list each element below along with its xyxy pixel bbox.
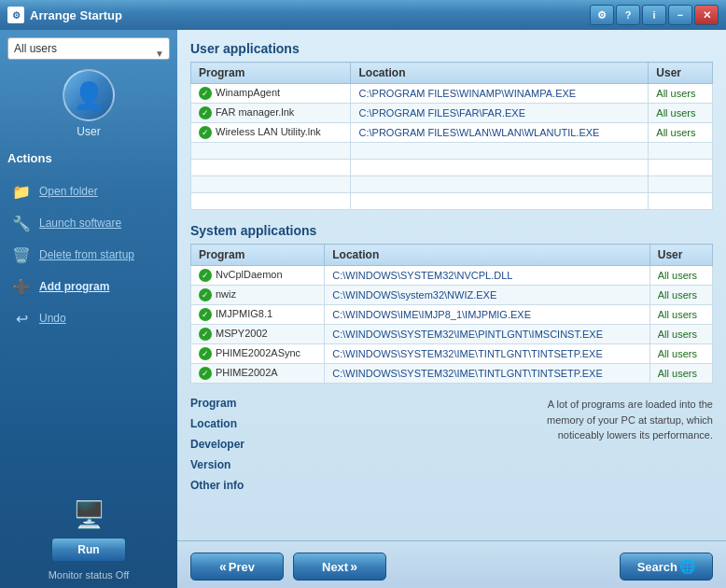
table-row[interactable]: ✓FAR manager.lnk C:\PROGRAM FILES\FAR\FA… bbox=[191, 104, 713, 123]
info-label-item: Location bbox=[190, 417, 244, 430]
info-label-item: Other info bbox=[190, 479, 244, 492]
folder-icon: 📁 bbox=[11, 181, 32, 202]
sys-apps-col-program: Program bbox=[191, 245, 325, 266]
search-label: Search bbox=[637, 560, 677, 574]
action-add-program[interactable]: ➕ Add program bbox=[7, 272, 170, 301]
user-cell: All users bbox=[649, 364, 712, 384]
location-cell: C:\PROGRAM FILES\FAR\FAR.EXE bbox=[351, 104, 649, 123]
nav-bar: « Prev Next » Search 🌐 bbox=[177, 541, 726, 588]
info-label-item: Version bbox=[190, 458, 244, 471]
location-cell: C:\PROGRAM FILES\WINAMP\WINAMPA.EXE bbox=[351, 84, 649, 104]
action-open-folder[interactable]: 📁 Open folder bbox=[7, 176, 170, 206]
content-area: User applications Program Location User … bbox=[177, 30, 726, 540]
right-panel: User applications Program Location User … bbox=[177, 30, 726, 588]
action-delete-startup[interactable]: 🗑️ Delete from startup bbox=[7, 240, 170, 270]
minimize-button[interactable]: − bbox=[668, 5, 692, 25]
user-apps-table: Program Location User ✓WinampAgent C:\PR… bbox=[190, 62, 713, 210]
actions-heading: Actions bbox=[7, 151, 170, 169]
table-row[interactable]: ✓IMJPMIG8.1 C:\WINDOWS\IME\IMJP8_1\IMJPM… bbox=[191, 305, 713, 325]
table-row[interactable]: ✓MSPY2002 C:\WINDOWS\SYSTEM32\IME\PINTLG… bbox=[191, 325, 713, 344]
info-label-item: Developer bbox=[190, 438, 244, 451]
prev-button[interactable]: « Prev bbox=[190, 553, 284, 581]
sys-apps-title: System applications bbox=[190, 223, 713, 238]
table-row[interactable]: ✓WinampAgent C:\PROGRAM FILES\WINAMP\WIN… bbox=[191, 84, 713, 104]
user-apps-col-user: User bbox=[649, 63, 713, 84]
window-controls: ⚙ ? i − ✕ bbox=[590, 5, 719, 25]
help-button[interactable]: ? bbox=[616, 5, 640, 25]
launch-software-label: Launch software bbox=[39, 217, 121, 230]
sys-apps-table: Program Location User ✓NvCplDaemon C:\WI… bbox=[190, 244, 713, 384]
info-labels-list: ProgramLocationDeveloperVersionOther inf… bbox=[190, 397, 244, 492]
next-label: Next bbox=[322, 560, 348, 574]
check-icon: ✓ bbox=[199, 347, 212, 360]
search-button[interactable]: Search 🌐 bbox=[620, 553, 713, 581]
monitor-icon: 🖥️ bbox=[73, 499, 105, 530]
table-row[interactable]: ✓PHIME2002ASync C:\WINDOWS\SYSTEM32\IME\… bbox=[191, 344, 713, 364]
check-icon: ✓ bbox=[199, 269, 212, 282]
user-cell: All users bbox=[649, 344, 712, 364]
gear-button[interactable]: ⚙ bbox=[590, 5, 614, 25]
program-cell: ✓PHIME2002ASync bbox=[191, 344, 325, 364]
program-cell: ✓PHIME2002A bbox=[191, 364, 325, 384]
check-icon: ✓ bbox=[199, 367, 212, 380]
action-undo[interactable]: ↩ Undo bbox=[7, 303, 170, 333]
empty-row bbox=[191, 193, 713, 210]
monitor-status: Monitor status Off bbox=[49, 569, 130, 581]
table-row[interactable]: ✓nwiz C:\WINDOWS\system32\NWIZ.EXE All u… bbox=[191, 286, 713, 305]
program-cell: ✓nwiz bbox=[191, 286, 325, 305]
user-apps-col-program: Program bbox=[191, 63, 351, 84]
search-icon: 🌐 bbox=[679, 559, 695, 574]
program-cell: ✓NvCplDaemon bbox=[191, 266, 325, 286]
close-button[interactable]: ✕ bbox=[694, 5, 719, 25]
action-launch-software[interactable]: 🔧 Launch software bbox=[7, 208, 170, 238]
location-cell: C:\WINDOWS\system32\NWIZ.EXE bbox=[325, 286, 649, 305]
user-cell: All users bbox=[649, 104, 713, 123]
undo-icon: ↩ bbox=[11, 308, 32, 329]
user-cell: All users bbox=[649, 286, 712, 305]
add-program-label: Add program bbox=[39, 280, 109, 293]
open-folder-label: Open folder bbox=[39, 185, 98, 198]
user-apps-title: User applications bbox=[190, 41, 713, 56]
empty-row bbox=[191, 176, 713, 193]
check-icon: ✓ bbox=[199, 106, 212, 119]
info-label-item: Program bbox=[190, 397, 244, 410]
user-cell: All users bbox=[649, 123, 713, 143]
location-cell: C:\WINDOWS\IME\IMJP8_1\IMJPMIG.EXE bbox=[325, 305, 649, 325]
location-cell: C:\WINDOWS\SYSTEM32\IME\TINTLGNT\TINTSET… bbox=[325, 344, 649, 364]
table-row[interactable]: ✓PHIME2002A C:\WINDOWS\SYSTEM32\IME\TINT… bbox=[191, 364, 713, 384]
user-label: User bbox=[77, 125, 100, 138]
prev-label: Prev bbox=[229, 560, 255, 574]
check-icon: ✓ bbox=[199, 288, 212, 301]
location-cell: C:\WINDOWS\SYSTEM32\IME\PINTLGNT\IMSCINS… bbox=[325, 325, 649, 344]
program-cell: ✓MSPY2002 bbox=[191, 325, 325, 344]
check-icon: ✓ bbox=[199, 126, 212, 139]
program-cell: ✓FAR manager.lnk bbox=[191, 104, 351, 123]
user-cell: All users bbox=[649, 305, 712, 325]
add-icon: ➕ bbox=[11, 276, 32, 297]
check-icon: ✓ bbox=[199, 308, 212, 321]
info-button[interactable]: i bbox=[642, 5, 666, 25]
user-select[interactable]: All users Current user bbox=[7, 37, 170, 60]
title-bar: ⚙ Arrange Startup ⚙ ? i − ✕ bbox=[0, 0, 726, 30]
program-cell: ✓WinampAgent bbox=[191, 84, 351, 104]
launch-icon: 🔧 bbox=[11, 213, 32, 233]
main-layout: All users Current user ▼ 👤 User Actions … bbox=[0, 30, 726, 588]
next-arrow-icon: » bbox=[350, 559, 357, 574]
run-button[interactable]: Run bbox=[51, 538, 126, 562]
app-icon: ⚙ bbox=[7, 7, 24, 23]
sys-apps-col-location: Location bbox=[325, 245, 649, 266]
undo-label: Undo bbox=[39, 312, 66, 325]
info-description: A lot of programs are loaded into the me… bbox=[526, 397, 713, 492]
table-row[interactable]: ✓Wireless LAN Utility.lnk C:\PROGRAM FIL… bbox=[191, 123, 713, 143]
location-cell: C:\PROGRAM FILES\WLAN\WLAN\WLANUTIL.EXE bbox=[351, 123, 649, 143]
avatar: 👤 bbox=[63, 69, 115, 121]
check-icon: ✓ bbox=[199, 87, 212, 100]
program-cell: ✓Wireless LAN Utility.lnk bbox=[191, 123, 351, 143]
user-cell: All users bbox=[649, 325, 712, 344]
table-row[interactable]: ✓NvCplDaemon C:\WINDOWS\SYSTEM32\NVCPL.D… bbox=[191, 266, 713, 286]
program-cell: ✓IMJPMIG8.1 bbox=[191, 305, 325, 325]
next-button[interactable]: Next » bbox=[293, 553, 386, 581]
check-icon: ✓ bbox=[199, 328, 212, 341]
user-apps-col-location: Location bbox=[351, 63, 649, 84]
user-cell: All users bbox=[649, 266, 712, 286]
